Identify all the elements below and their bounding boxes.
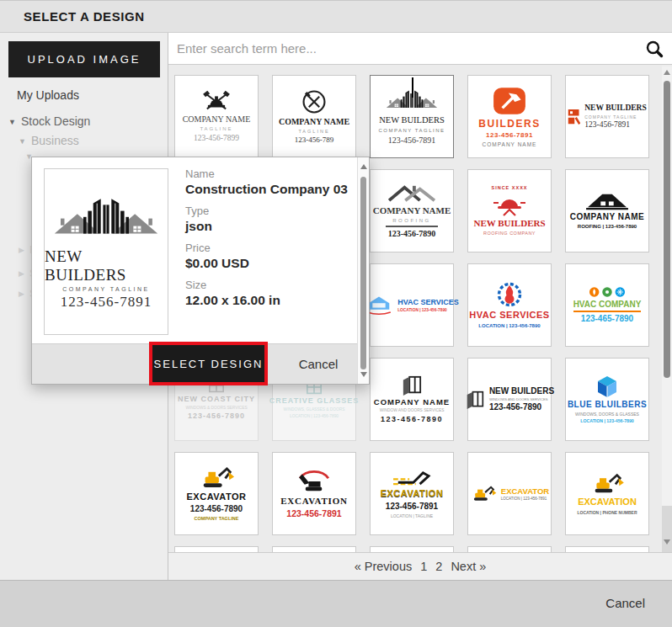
chevron-down-icon: ▼: [19, 137, 26, 146]
popup-cancel-button[interactable]: Cancel: [285, 344, 352, 385]
design-details: Name Construction Company 03 Type json P…: [185, 167, 348, 308]
design-tile[interactable]: NEW BUILDERS COMPANY TAGLINE 123-456-789…: [565, 75, 649, 158]
design-tile[interactable]: HVAC SERVICES LOCATION | 123-456-7890: [370, 263, 454, 347]
design-tile[interactable]: NEW BUILDERS WINDOWS AND DOORS SERVICES …: [467, 358, 552, 441]
price-value: $0.00 USD: [185, 256, 348, 271]
helmet-hammers-icon: [200, 89, 232, 113]
design-tile[interactable]: HVAC SERVICES LOCATION | 123-456-7890: [467, 263, 552, 347]
chevron-right-icon: ▶: [19, 290, 24, 298]
scroll-up-icon[interactable]: [360, 164, 367, 169]
name-value: Construction Company 03: [185, 182, 348, 197]
excavator-red-arc-icon: [296, 469, 333, 494]
search-input[interactable]: [168, 33, 648, 63]
excavator-arm-icon: [392, 469, 432, 486]
design-tile[interactable]: [467, 546, 552, 552]
design-tile[interactable]: HVAC COMPANY 123-465-7890: [565, 263, 649, 347]
design-tile[interactable]: BLUE BLUILBERS WINDOWS, DOORS & GLASSES …: [565, 358, 649, 441]
red-monogram-icon: [568, 109, 580, 125]
gray-roofs-icon: [387, 183, 436, 204]
scroll-down-icon[interactable]: [664, 539, 670, 545]
dialog-titlebar: SELECT A DESIGN: [0, 1, 672, 33]
design-tile[interactable]: SINCE XXXX NEW BUILDERS ROOFING COMPANY: [467, 169, 552, 252]
design-tile[interactable]: EXCAVATION LOCATION | PHONE NUMBER: [565, 452, 649, 535]
annotation-highlight: SELECT DESIGN: [149, 342, 268, 385]
chevron-right-icon: ▶: [19, 246, 24, 254]
hvac-dots-icon: [588, 286, 627, 298]
design-preview-image: NEW BUILDERS COMPANY TAGLINE 123-456-789…: [44, 168, 168, 335]
size-value: 12.00 x 16.00 in: [185, 293, 348, 308]
design-tile[interactable]: COMPANY NAME WINDOW AND DOORS SERVICES 1…: [370, 358, 454, 441]
design-tile[interactable]: [565, 546, 649, 552]
type-label: Type: [185, 205, 348, 217]
hammer-badge-icon: [492, 86, 527, 116]
size-label: Size: [185, 279, 348, 291]
design-tile[interactable]: EXCAVATOR 123-456-7890 COMPANY TAGLINE: [174, 452, 259, 535]
scroll-down-icon[interactable]: [360, 372, 367, 377]
chevron-down-icon: ▼: [8, 118, 16, 126]
design-tile[interactable]: COMPANY NAME ROOFING | 123-456-7890: [565, 169, 649, 252]
previous-page-link[interactable]: « Previous: [355, 560, 413, 573]
page-1-link[interactable]: 1: [420, 560, 427, 573]
design-tile[interactable]: EXCAVATOR LOCATION | 123-456-7891: [467, 452, 552, 535]
circle-tools-icon: [301, 88, 328, 115]
excavator-icon: [589, 472, 625, 495]
scroll-up-icon[interactable]: [664, 70, 670, 75]
select-design-button[interactable]: SELECT DESIGN: [154, 358, 264, 370]
dialog-footer: Cancel: [0, 580, 672, 627]
popup-scrollbar[interactable]: [357, 157, 369, 384]
grid-scrollbar[interactable]: [662, 66, 672, 552]
scrollbar-thumb[interactable]: [664, 81, 670, 378]
design-tile[interactable]: BUILDERS 123-456-7891 COMPANY NAME: [467, 75, 552, 158]
type-value: json: [185, 219, 348, 234]
design-tile[interactable]: [272, 546, 356, 552]
design-tile[interactable]: EXCAVATION 123-456-7891: [272, 452, 356, 535]
design-tile[interactable]: COMPANY NAME TAGLINE 123-456-7899: [174, 75, 259, 158]
price-label: Price: [185, 242, 348, 254]
dialog-cancel-button[interactable]: Cancel: [605, 596, 645, 610]
design-preview-popup: NEW BUILDERS COMPANY TAGLINE 123-456-789…: [31, 157, 370, 385]
open-window-icon: [465, 391, 485, 409]
sidebar-item-business[interactable]: ▼Business: [19, 134, 79, 147]
sidebar-item-my-uploads[interactable]: My Uploads: [17, 88, 79, 102]
design-tile[interactable]: [370, 546, 454, 552]
red-helmet-icon: [493, 193, 526, 216]
select-design-dialog: SELECT A DESIGN UPLOAD IMAGE My Uploads …: [0, 0, 672, 627]
text-cursor: [412, 77, 413, 98]
black-roof-icon: [584, 191, 630, 210]
design-tile[interactable]: [174, 546, 259, 552]
gear-flame-icon: [496, 281, 523, 308]
name-label: Name: [185, 167, 348, 180]
page-2-link[interactable]: 2: [435, 560, 442, 573]
open-window-icon: [401, 375, 423, 396]
scrollbar-thumb[interactable]: [360, 177, 366, 369]
search-bar: [168, 33, 672, 65]
buildings-icon: [53, 193, 159, 246]
excavator-icon: [470, 485, 497, 502]
pagination: « Previous 1 2 Next »: [168, 552, 672, 580]
design-tile[interactable]: EXCAVATION 123-456-7891 LOCATION | TAGLI…: [370, 452, 454, 535]
design-tile[interactable]: COMPANY NAME TAGLINE 123-456-789: [272, 75, 356, 158]
design-tile-selected[interactable]: NEW BUILDERS COMPANY TAGLINE 123-456-789…: [370, 75, 454, 158]
next-page-link[interactable]: Next »: [451, 560, 486, 573]
design-tile[interactable]: COMPANY NAME ROOFING 123-456-7890: [370, 169, 454, 252]
upload-image-button[interactable]: UPLOAD IMAGE: [8, 41, 160, 77]
dialog-title: SELECT A DESIGN: [24, 9, 145, 24]
excavator-icon: [198, 465, 235, 490]
chevron-right-icon: ▶: [19, 269, 24, 278]
sidebar-item-stock-design[interactable]: ▼Stock Design: [8, 114, 90, 128]
search-icon[interactable]: [645, 40, 664, 58]
popup-footer: SELECT DESIGN Cancel: [32, 343, 357, 384]
blue-house-icon: [595, 375, 620, 398]
